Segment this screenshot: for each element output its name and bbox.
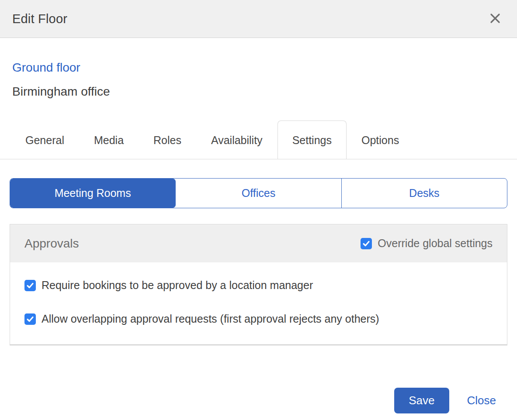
require-approval-checkbox-row[interactable]: Require bookings to be approved by a loc… xyxy=(24,279,493,292)
segment-desks[interactable]: Desks xyxy=(342,179,507,208)
close-button[interactable] xyxy=(486,9,505,28)
require-approval-label: Require bookings to be approved by a loc… xyxy=(42,279,313,292)
floor-location: Birmingham office xyxy=(12,85,505,99)
checkbox-checked-icon[interactable] xyxy=(24,313,36,325)
tab-options[interactable]: Options xyxy=(347,120,414,159)
checkbox-checked-icon[interactable] xyxy=(24,280,36,291)
close-icon xyxy=(488,11,502,27)
approvals-panel: Approvals Override global settings Requi… xyxy=(10,224,507,345)
tab-roles[interactable]: Roles xyxy=(139,120,196,159)
approvals-panel-header: Approvals Override global settings xyxy=(10,224,507,262)
override-global-settings-checkbox[interactable]: Override global settings xyxy=(361,237,493,250)
checkbox-checked-icon[interactable] xyxy=(361,238,372,249)
floor-name-link[interactable]: Ground floor xyxy=(12,61,80,75)
tab-general[interactable]: General xyxy=(10,120,79,159)
tab-availability[interactable]: Availability xyxy=(196,120,278,159)
segment-offices[interactable]: Offices xyxy=(176,179,341,208)
override-label: Override global settings xyxy=(378,237,493,250)
segment-meeting-rooms[interactable]: Meeting Rooms xyxy=(10,179,176,208)
approvals-panel-body: Require bookings to be approved by a loc… xyxy=(10,262,507,344)
modal-header: Edit Floor xyxy=(0,0,517,38)
tab-settings[interactable]: Settings xyxy=(278,120,347,159)
tab-bar: General Media Roles Availability Setting… xyxy=(0,120,517,159)
space-type-toggle: Meeting Rooms Offices Desks xyxy=(10,178,507,208)
allow-overlapping-label: Allow overlapping approval requests (fir… xyxy=(42,313,379,325)
modal-footer: Save Close xyxy=(394,388,496,413)
modal-title: Edit Floor xyxy=(12,12,67,26)
allow-overlapping-checkbox-row[interactable]: Allow overlapping approval requests (fir… xyxy=(24,313,493,325)
tab-media[interactable]: Media xyxy=(79,120,139,159)
save-button[interactable]: Save xyxy=(394,388,449,413)
floor-info: Ground floor Birmingham office xyxy=(0,38,517,99)
close-link[interactable]: Close xyxy=(467,394,496,407)
approvals-title: Approvals xyxy=(24,237,79,251)
